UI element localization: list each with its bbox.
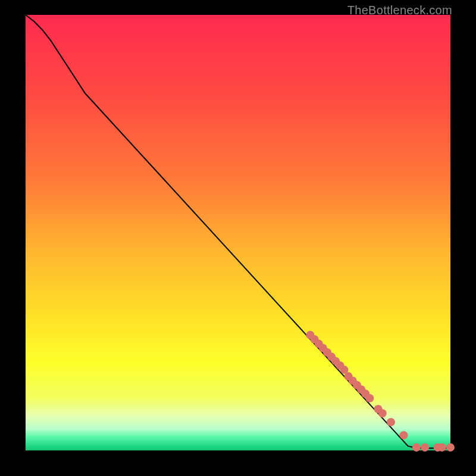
data-point — [400, 431, 408, 439]
plot-area — [26, 15, 450, 450]
data-point — [365, 394, 374, 402]
watermark-text: TheBottleneck.com — [347, 4, 452, 17]
data-point — [378, 409, 387, 418]
curve-line — [26, 15, 450, 448]
chart-frame: TheBottleneck.com — [0, 0, 476, 476]
data-point — [412, 443, 421, 452]
chart-svg — [26, 15, 450, 450]
data-point — [387, 418, 395, 426]
data-point — [446, 443, 455, 452]
data-point — [421, 443, 429, 452]
data-point — [438, 443, 446, 452]
